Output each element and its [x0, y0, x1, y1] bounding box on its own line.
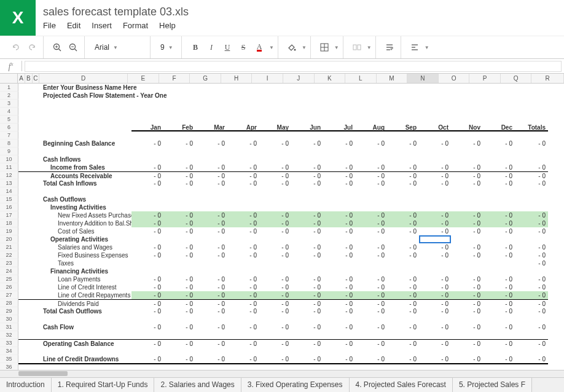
cell-value[interactable]: - 0: [323, 291, 355, 299]
cell-value[interactable]: - 0: [291, 299, 323, 307]
cell-value[interactable]: - 0: [195, 163, 227, 171]
cell-value[interactable]: - 0: [355, 179, 387, 187]
cell-value[interactable]: - 0: [387, 219, 419, 227]
cell-value[interactable]: - 0: [419, 299, 451, 307]
menu-edit[interactable]: Edit: [67, 21, 80, 30]
cell-value[interactable]: - 0: [195, 171, 227, 179]
row-header-30[interactable]: 30: [0, 315, 18, 323]
cell-value[interactable]: - 0: [323, 219, 355, 227]
cell-value[interactable]: - 0: [483, 139, 515, 147]
cell-value[interactable]: - 0: [387, 163, 419, 171]
cell-value[interactable]: - 0: [291, 355, 323, 363]
cell-value[interactable]: - 0: [483, 275, 515, 283]
column-header-P[interactable]: P: [469, 74, 501, 83]
menu-file[interactable]: File: [43, 21, 56, 30]
row-header-4[interactable]: 4: [0, 108, 18, 116]
cell-value[interactable]: - 0: [419, 283, 451, 291]
cell-value[interactable]: - 0: [291, 251, 323, 259]
cell-value[interactable]: - 0: [483, 251, 515, 259]
cell-value[interactable]: - 0: [419, 163, 451, 171]
cell-value[interactable]: - 0: [387, 307, 419, 315]
cell-value[interactable]: - 0: [163, 171, 195, 179]
cell-value[interactable]: - 0: [195, 179, 227, 187]
cell-value[interactable]: - 0: [483, 323, 515, 331]
cell-value[interactable]: - 0: [515, 275, 548, 283]
cell-value[interactable]: - 0: [291, 163, 323, 171]
cell-label[interactable]: Enter Your Business Name Here: [41, 84, 131, 92]
column-header-B[interactable]: B: [25, 74, 33, 83]
sheet-tab[interactable]: 3. Fixed Operating Expenses: [241, 378, 350, 392]
cell-value[interactable]: - 0: [451, 251, 483, 259]
cell-value[interactable]: - 0: [195, 219, 227, 227]
cell-value[interactable]: - 0: [195, 323, 227, 331]
cell-value[interactable]: - 0: [323, 179, 355, 187]
cell-value[interactable]: - 0: [259, 275, 291, 283]
cell-value[interactable]: - 0: [483, 307, 515, 315]
cell-value[interactable]: [419, 259, 451, 267]
underline-icon[interactable]: U: [220, 40, 235, 55]
cell-value[interactable]: - 0: [483, 219, 515, 227]
cell-value[interactable]: - 0: [291, 283, 323, 291]
cell-value[interactable]: - 0: [195, 227, 227, 235]
cell-value[interactable]: - 0: [131, 307, 163, 315]
fill-color-icon[interactable]: [284, 40, 299, 55]
cell-value[interactable]: - 0: [483, 291, 515, 299]
column-header-O[interactable]: O: [439, 74, 470, 83]
cell-value[interactable]: - 0: [355, 243, 387, 251]
cell-value[interactable]: - 0: [515, 323, 548, 331]
cell-value[interactable]: [323, 259, 355, 267]
cell-value[interactable]: - 0: [195, 139, 227, 147]
strike-icon[interactable]: S: [236, 40, 251, 55]
cell-value[interactable]: - 0: [515, 307, 548, 315]
cell-value[interactable]: - 0: [387, 291, 419, 299]
cell-value[interactable]: - 0: [451, 323, 483, 331]
row-header-32[interactable]: 32: [0, 331, 18, 339]
month-header[interactable]: Aug: [355, 123, 387, 131]
cell-label[interactable]: Accounts Receivable: [41, 171, 131, 179]
row-header-23[interactable]: 23: [0, 259, 18, 267]
cell-value[interactable]: - 0: [419, 211, 451, 219]
column-header-E[interactable]: E: [128, 74, 159, 83]
cell-value[interactable]: [291, 259, 323, 267]
cell-label[interactable]: New Fixed Assets Purchases: [41, 211, 131, 219]
cell-value[interactable]: - 0: [323, 171, 355, 179]
row-header-1[interactable]: 1: [0, 84, 18, 92]
cell-value[interactable]: - 0: [483, 163, 515, 171]
cell-value[interactable]: [451, 259, 483, 267]
cell-value[interactable]: - 0: [451, 283, 483, 291]
cell-value[interactable]: [163, 259, 195, 267]
chevron-down-icon[interactable]: ▼: [302, 45, 307, 50]
cell-value[interactable]: - 0: [259, 307, 291, 315]
cell-value[interactable]: [195, 259, 227, 267]
cell-value[interactable]: - 0: [163, 179, 195, 187]
cell-label[interactable]: Financing Activities: [41, 267, 131, 275]
cell-value[interactable]: - 0: [131, 227, 163, 235]
cell-value[interactable]: - 0: [515, 171, 548, 179]
cell-value[interactable]: - 0: [131, 219, 163, 227]
cell-value[interactable]: - 0: [451, 219, 483, 227]
cell-label[interactable]: Cash Inflows: [41, 155, 131, 163]
cell-value[interactable]: - 0: [259, 139, 291, 147]
cell-value[interactable]: - 0: [163, 355, 195, 363]
cell-value[interactable]: - 0: [195, 251, 227, 259]
cell-value[interactable]: - 0: [163, 339, 195, 347]
month-header[interactable]: Feb: [163, 123, 195, 131]
cell-value[interactable]: - 0: [259, 283, 291, 291]
cell-value[interactable]: - 0: [419, 323, 451, 331]
redo-icon[interactable]: [25, 40, 39, 55]
cell-value[interactable]: - 0: [323, 211, 355, 219]
cell-label[interactable]: Line of Credit Repayments: [41, 291, 131, 299]
cell-value[interactable]: - 0: [419, 171, 451, 179]
row-header-9[interactable]: 9: [0, 147, 18, 155]
row-header-5[interactable]: 5: [0, 116, 18, 123]
sheet-tab[interactable]: 1. Required Start-Up Funds: [52, 378, 155, 392]
cell-value[interactable]: - 0: [163, 291, 195, 299]
cell-value[interactable]: - 0: [451, 179, 483, 187]
cell-value[interactable]: - 0: [291, 339, 323, 347]
row-header-11[interactable]: 11: [0, 163, 18, 171]
cell-value[interactable]: - 0: [323, 355, 355, 363]
cell-value[interactable]: - 0: [163, 227, 195, 235]
month-header[interactable]: Apr: [227, 123, 259, 131]
cell-value[interactable]: - 0: [323, 139, 355, 147]
row-header-33[interactable]: 33: [0, 339, 18, 347]
